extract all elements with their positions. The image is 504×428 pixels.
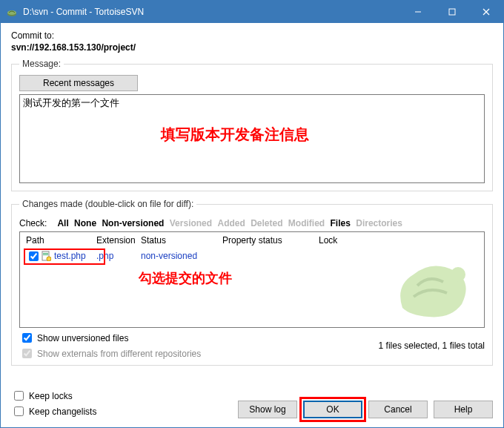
maximize-button[interactable] [435,1,469,23]
filter-directories[interactable]: Directories [356,218,402,228]
filter-files[interactable]: Files [331,218,351,228]
filter-all[interactable]: All [57,218,68,228]
filter-added[interactable]: Added [217,218,245,228]
window-title: D:\svn - Commit - TortoiseSVN [23,7,401,17]
show-unversioned-label: Show unversioned files [37,333,128,343]
annotation-message: 填写版本开发备注信息 [161,125,309,145]
file-ext: .php [96,251,141,261]
table-row[interactable]: test.php .php non-versioned [20,248,484,263]
commit-dialog: D:\svn - Commit - TortoiseSVN Commit to:… [0,0,504,428]
col-status[interactable]: Status [141,235,222,246]
close-button[interactable] [469,1,503,23]
changes-fieldset: Changes made (double-click on file for d… [11,199,493,366]
file-icon [41,251,51,261]
keep-locks-row[interactable]: Keep locks [11,389,96,403]
show-externals-label: Show externals from different repositori… [37,349,201,359]
filter-none[interactable]: None [74,218,96,228]
titlebar[interactable]: D:\svn - Commit - TortoiseSVN [1,1,503,23]
commit-message-text: 测试开发的第一个文件 [23,97,119,108]
show-externals-checkbox [22,349,32,358]
cancel-button[interactable]: Cancel [368,401,428,418]
selection-status: 1 files selected, 1 files total [379,340,485,351]
keep-locks-checkbox[interactable] [14,391,24,401]
svg-point-9 [47,257,51,261]
filter-versioned[interactable]: Versioned [170,218,212,228]
keep-changelists-label: Keep changelists [29,406,96,417]
file-status: non-versioned [141,251,222,261]
show-unversioned-checkbox[interactable] [22,333,32,343]
column-headers[interactable]: Path Extension Status Property status Lo… [20,232,484,248]
keep-changelists-checkbox[interactable] [14,406,24,416]
show-externals-row: Show externals from different repositori… [19,346,379,360]
file-list[interactable]: Path Extension Status Property status Lo… [19,231,485,328]
keep-locks-label: Keep locks [29,391,73,401]
help-button[interactable]: Help [434,401,493,418]
ok-button[interactable]: OK [303,401,362,418]
commit-url: svn://192.168.153.130/project/ [11,42,493,53]
commit-message-textarea[interactable]: 测试开发的第一个文件 填写版本开发备注信息 [19,94,485,183]
changes-legend: Changes made (double-click on file for d… [19,199,196,209]
svg-rect-7 [43,253,48,254]
check-label: Check: [19,218,47,228]
svg-rect-3 [449,9,455,15]
filter-modified[interactable]: Modified [288,218,325,228]
col-property-status[interactable]: Property status [222,235,319,246]
svg-rect-8 [43,254,48,255]
annotation-file: 勾选提交的文件 [139,269,232,287]
show-unversioned-row[interactable]: Show unversioned files [19,331,379,345]
col-extension[interactable]: Extension [96,235,141,246]
recent-messages-button[interactable]: Recent messages [19,75,138,91]
message-fieldset: Message: Recent messages 测试开发的第一个文件 填写版本… [11,59,493,191]
filter-row: Check: All None Non-versioned Versioned … [19,218,485,228]
col-lock[interactable]: Lock [319,235,363,246]
svg-point-10 [451,267,465,282]
file-name: test.php [54,251,86,261]
col-path[interactable]: Path [26,235,96,246]
minimize-button[interactable] [401,1,435,23]
message-legend: Message: [19,59,64,69]
file-checkbox[interactable] [29,251,39,261]
filter-deleted[interactable]: Deleted [251,218,282,228]
app-icon [6,6,18,18]
filter-nonversioned[interactable]: Non-versioned [102,218,164,228]
show-log-button[interactable]: Show log [238,401,297,418]
keep-changelists-row[interactable]: Keep changelists [11,404,96,418]
commit-to-label: Commit to: [11,30,493,41]
